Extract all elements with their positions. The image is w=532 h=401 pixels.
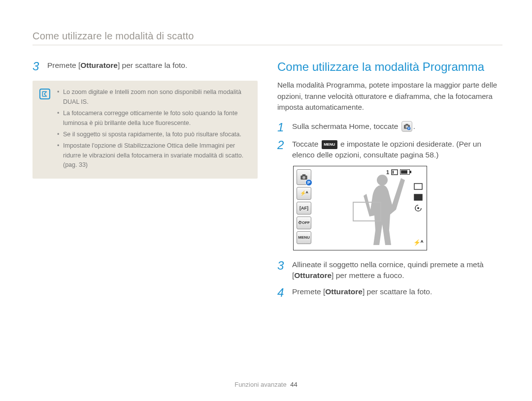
footer-section: Funzioni avanzate bbox=[234, 381, 287, 388]
camera-screen-illustration: 1 P ⚡ᴬ [AF] ⏱OFF MENU bbox=[293, 166, 427, 250]
svg-point-13 bbox=[377, 175, 388, 185]
text-fragment: Sulla schermata Home, toccate bbox=[292, 122, 398, 130]
svg-rect-11 bbox=[414, 194, 422, 200]
page-footer: Funzioni avanzate 44 bbox=[0, 381, 532, 388]
ois-icon bbox=[413, 204, 424, 213]
shutter-label: Otturatore bbox=[325, 287, 363, 296]
step-number: 2 bbox=[277, 139, 286, 161]
step-text: Premete [Otturatore] per scattare la fot… bbox=[292, 286, 432, 299]
step-3-right: 3 Allineate il soggetto nella cornice, q… bbox=[277, 259, 502, 281]
left-icon-strip: P ⚡ᴬ [AF] ⏱OFF MENU bbox=[297, 169, 313, 247]
text-fragment: ] per mettere a fuoco. bbox=[332, 271, 404, 279]
step-number: 3 bbox=[33, 60, 41, 73]
focus-frame bbox=[353, 202, 381, 221]
note-icon bbox=[39, 89, 50, 99]
af-icon: [AF] bbox=[297, 202, 311, 215]
page-header: Come utilizzare le modalità di scatto bbox=[33, 31, 502, 45]
text-fragment: ] per scattare la foto. bbox=[363, 287, 432, 296]
text-fragment: Toccate bbox=[292, 140, 321, 148]
svg-rect-10 bbox=[414, 184, 422, 189]
step-text: Sulla schermata Home, toccate P . bbox=[292, 121, 415, 134]
text-fragment: . bbox=[413, 122, 415, 130]
svg-rect-8 bbox=[302, 174, 306, 176]
step-1: 1 Sulla schermata Home, toccate P . bbox=[277, 121, 502, 134]
footer-page-number: 44 bbox=[290, 381, 297, 388]
step-text: Allineate il soggetto nella cornice, qui… bbox=[292, 259, 502, 281]
menu-icon: MENU bbox=[322, 140, 337, 149]
svg-point-9 bbox=[302, 176, 305, 179]
shutter-label: Otturatore bbox=[294, 271, 332, 279]
note-item: Se il soggetto si sposta rapidamente, la… bbox=[57, 130, 250, 139]
note-item: Impostate l'opzione di Stabilizzazione O… bbox=[57, 141, 250, 170]
two-column-layout: 3 Premete [Otturatore] per scattare la f… bbox=[33, 60, 502, 304]
note-item: Lo zoom digitale e Intelli zoom non sono… bbox=[57, 88, 250, 107]
step-4: 4 Premete [Otturatore] per scattare la f… bbox=[277, 286, 502, 299]
svg-text:P: P bbox=[408, 127, 409, 130]
quality-icon bbox=[413, 193, 424, 202]
svg-point-12 bbox=[417, 207, 419, 209]
step-2: 2 Toccate MENU e impostate le opzioni de… bbox=[277, 139, 502, 161]
svg-rect-1 bbox=[405, 124, 408, 125]
text-fragment: Premete [ bbox=[292, 287, 325, 296]
note-item: La fotocamera corregge otticamente le fo… bbox=[57, 109, 250, 128]
section-title: Come utilizzare la modalità Programma bbox=[277, 60, 502, 74]
program-mode-icon: P bbox=[401, 121, 412, 132]
step-text: Premete [Otturatore] per scattare la fot… bbox=[47, 60, 187, 73]
step-number: 4 bbox=[277, 286, 286, 299]
flash-auto-icon: ⚡ᴬ bbox=[297, 187, 311, 200]
left-column: 3 Premete [Otturatore] per scattare la f… bbox=[33, 60, 258, 304]
text-fragment: Premete [ bbox=[47, 61, 80, 69]
menu-button-icon: MENU bbox=[297, 231, 311, 244]
size-icon bbox=[413, 182, 424, 191]
p-badge: P bbox=[305, 179, 312, 186]
text-fragment: ] per scattare la foto. bbox=[118, 61, 187, 69]
timer-off-icon: ⏱OFF bbox=[297, 216, 311, 229]
step-number: 1 bbox=[277, 121, 286, 134]
manual-page: Come utilizzare le modalità di scatto 3 … bbox=[0, 0, 532, 401]
step-3-left: 3 Premete [Otturatore] per scattare la f… bbox=[33, 60, 258, 73]
flash-auto-indicator: ⚡ᴬ bbox=[413, 238, 424, 247]
mode-p-icon: P bbox=[297, 169, 311, 185]
right-column: Come utilizzare la modalità Programma Ne… bbox=[277, 60, 502, 304]
intro-paragraph: Nella modalità Programma, potete imposta… bbox=[277, 80, 502, 113]
shutter-label: Otturatore bbox=[80, 61, 118, 69]
step-number: 3 bbox=[277, 259, 286, 281]
note-list: Lo zoom digitale e Intelli zoom non sono… bbox=[57, 88, 250, 172]
right-icon-strip: ⚡ᴬ bbox=[411, 169, 424, 247]
step-text: Toccate MENU e impostate le opzioni desi… bbox=[292, 139, 502, 161]
note-box: Lo zoom digitale e Intelli zoom non sono… bbox=[33, 81, 258, 179]
